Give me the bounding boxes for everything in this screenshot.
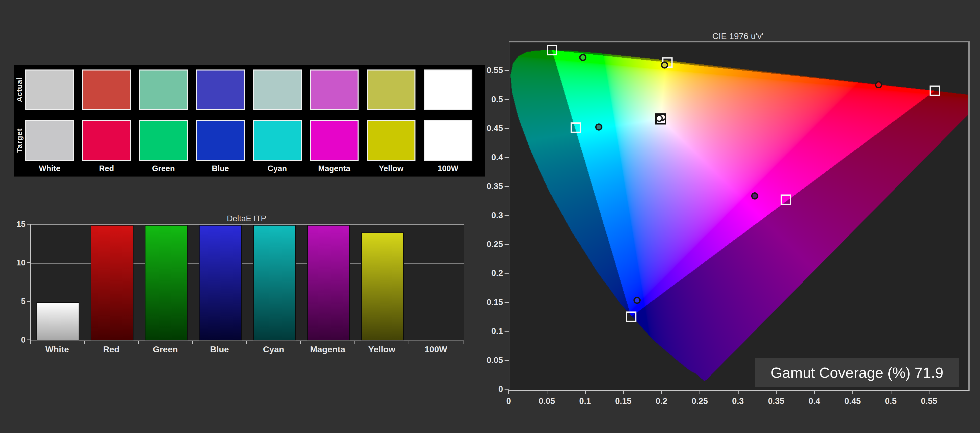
cie-xtick-label-0.45: 0.45: [845, 396, 861, 406]
target-square-blue: [627, 312, 636, 321]
actual-swatch-yellow: [367, 69, 415, 110]
target-square-cyan: [571, 123, 580, 132]
swatch-column-label: Magenta: [318, 164, 350, 173]
measured-point-green: [580, 54, 586, 60]
swatch-column-label: Cyan: [268, 164, 287, 173]
bar-xtick-mark: [409, 340, 409, 344]
bar-cyan: [253, 225, 296, 340]
cie-ytick-label-0.3: 0.3: [473, 211, 503, 220]
cie-xtick-label-0.25: 0.25: [692, 396, 708, 406]
cie-xtick-label-0.15: 0.15: [615, 396, 632, 406]
cie-xtick-mark: [661, 390, 662, 394]
bar-xtick-mark: [463, 340, 463, 344]
bar-magenta: [307, 225, 350, 340]
cie-xtick-label-0.1: 0.1: [579, 396, 591, 406]
cie-xtick-mark: [853, 390, 853, 394]
swatch-column-label: Green: [152, 164, 175, 173]
cie-chart-title: CIE 1976 u'v': [712, 31, 763, 41]
measured-point-blue: [634, 297, 640, 303]
swatch-column-label: White: [39, 164, 60, 173]
cie-xtick-label-0.35: 0.35: [768, 396, 784, 406]
bar-ytick-mark: [27, 339, 30, 340]
cie-ytick-mark: [504, 302, 509, 303]
bar-xtick-mark: [138, 340, 139, 344]
calibration-dashboard: Actual Target WhiteRedGreenBlueCyanMagen…: [0, 0, 980, 433]
target-swatch-cyan: [253, 120, 302, 161]
bar-blue: [199, 225, 242, 340]
cie-ytick-mark: [504, 70, 509, 71]
bar-category-label: Yellow: [368, 344, 395, 354]
cie-xtick-label-0.2: 0.2: [655, 396, 667, 406]
cie-ytick-mark: [504, 360, 509, 361]
cie-xtick-mark: [508, 390, 509, 394]
cie-ytick-mark: [504, 273, 509, 273]
bar-ytick-label-15: 15: [8, 219, 25, 229]
actual-swatch-magenta: [310, 69, 359, 110]
cie-xtick-mark: [547, 390, 547, 394]
actual-swatch-cyan: [253, 69, 302, 110]
gamut-coverage-text: Gamut Coverage (%) 71.9: [771, 364, 943, 381]
target-swatch-red: [82, 120, 131, 161]
bar-xtick-mark: [301, 340, 301, 344]
bar-category-label: White: [45, 344, 69, 354]
cie-ytick-label-0.55: 0.55: [473, 66, 503, 75]
cie-marker-overlay: [509, 42, 968, 390]
cie-ytick-label-0.25: 0.25: [473, 240, 503, 249]
cie-ytick-label-0.35: 0.35: [473, 181, 503, 191]
bar-xtick-mark: [246, 340, 247, 344]
bar-category-label: Magenta: [310, 344, 345, 354]
swatch-column-label: Blue: [212, 164, 229, 173]
cie-ytick-label-0.05: 0.05: [473, 355, 503, 365]
cie-xtick-mark: [585, 390, 586, 394]
target-square-green: [547, 45, 557, 55]
row-label-actual: Actual: [15, 77, 24, 102]
bar-chart-title: DeltaE ITP: [227, 214, 266, 223]
cie-xtick-mark: [700, 390, 700, 394]
bar-ytick-label-10: 10: [8, 258, 25, 267]
cie-ytick-mark: [504, 331, 509, 332]
bar-category-label: Blue: [210, 344, 229, 354]
bar-red: [91, 225, 134, 340]
cie-xtick-mark: [891, 390, 891, 394]
actual-swatch-white: [25, 69, 74, 110]
cie-xtick-label-0.4: 0.4: [808, 396, 820, 406]
target-swatch-white: [25, 120, 74, 161]
bar-yellow: [361, 232, 404, 340]
target-swatch-green: [139, 120, 188, 161]
actual-swatch-green: [139, 69, 188, 110]
bar-ytick-label-0: 0: [8, 335, 25, 345]
bar-ytick-mark: [27, 224, 30, 225]
cie-ytick-label-0.45: 0.45: [473, 123, 503, 133]
bar-green: [145, 225, 188, 340]
cie-ytick-label-0.1: 0.1: [473, 326, 503, 336]
bar-category-label: Cyan: [263, 344, 284, 354]
cie-ytick-mark: [504, 157, 509, 158]
measured-point-red: [876, 82, 881, 88]
cie-ytick-mark: [504, 186, 509, 187]
bar-category-label: Red: [103, 344, 119, 354]
bar-xtick-mark: [355, 340, 355, 344]
cie-ytick-label-0.5: 0.5: [473, 94, 503, 104]
cie-ytick-label-0.2: 0.2: [473, 268, 503, 278]
actual-swatch-100w: [424, 69, 473, 110]
cie-ytick-mark: [504, 389, 509, 390]
target-swatch-100w: [424, 120, 473, 161]
measured-point-magenta: [752, 193, 758, 199]
gamut-coverage-badge: Gamut Coverage (%) 71.9: [755, 358, 959, 387]
bar-chart-plot-area: [30, 224, 464, 341]
bar-ytick-mark: [27, 301, 30, 302]
row-label-target: Target: [15, 128, 24, 152]
bar-ytick-mark: [27, 262, 30, 263]
cie-xtick-mark: [814, 390, 815, 394]
target-swatch-yellow: [367, 120, 415, 161]
cie-xtick-mark: [929, 390, 929, 394]
swatch-column-label: Red: [99, 164, 114, 173]
cie-ytick-label-0.15: 0.15: [473, 297, 503, 307]
measured-point-white: [656, 115, 662, 121]
bar-xtick-mark: [192, 340, 193, 344]
cie-xtick-label-0: 0: [506, 396, 511, 406]
cie-ytick-mark: [504, 244, 509, 245]
cie-xtick-mark: [776, 390, 776, 394]
cie-plot-area: [509, 42, 970, 391]
cie-xtick-label-0.55: 0.55: [921, 396, 937, 406]
